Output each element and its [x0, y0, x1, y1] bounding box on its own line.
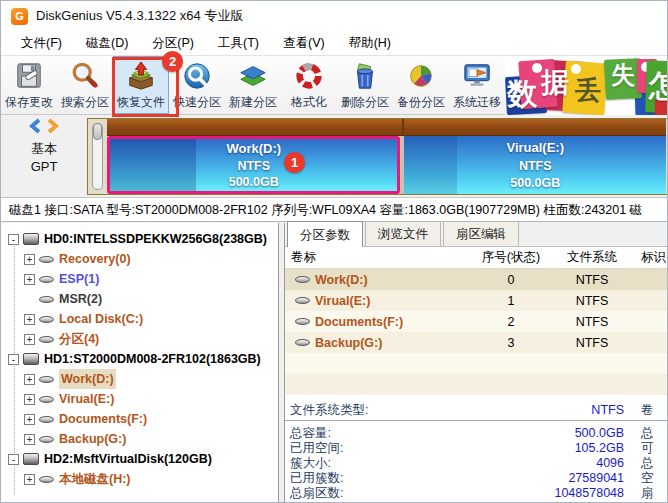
- toolbar-label: 快速分区: [173, 94, 221, 111]
- toolbar-label: 删除分区: [341, 94, 389, 111]
- collapse-icon[interactable]: [8, 234, 19, 245]
- menu-view[interactable]: 查看(V): [271, 33, 337, 54]
- toolbar-label: 格式化: [291, 94, 327, 111]
- tree-item-local-disk-h[interactable]: 本地磁盘(H:): [1, 469, 278, 489]
- recover-files-icon: [125, 60, 157, 92]
- tree-item-partition-4[interactable]: 分区(4): [1, 329, 278, 349]
- partition-detail-panel: 分区参数 浏览文件 扇区编辑 卷标 序号(状态) 文件系统 标识 Work(D:…: [284, 223, 667, 502]
- backup-partition-icon: [405, 60, 437, 92]
- save-icon: [13, 60, 45, 92]
- table-row-empty: [285, 374, 667, 395]
- ad-char: 数: [507, 79, 537, 109]
- tree-item-work-d[interactable]: Work(D:): [1, 369, 278, 389]
- partition-icon: [39, 296, 54, 303]
- delete-partition-icon: [349, 60, 381, 92]
- annotation-step-2-badge: 2: [162, 51, 183, 72]
- partition-name: Work(D:): [226, 141, 281, 156]
- partition-icon: [39, 316, 54, 323]
- table-row-documents-f[interactable]: Documents(F:) 2 NTFS: [285, 311, 667, 332]
- tree-item-local-disk-c[interactable]: Local Disk(C:): [1, 309, 278, 329]
- partition-icon: [39, 256, 54, 263]
- detail-row-used-clusters: 已用簇数: 27589041 空: [285, 471, 667, 486]
- detail-row-fs-type: 文件系统类型: NTFS 卷: [285, 400, 667, 421]
- expand-icon[interactable]: [24, 314, 35, 325]
- tree-item-hd0[interactable]: HD0:INTELSSDPEKKW256G8(238GB): [1, 229, 278, 249]
- partition-zoom-slider[interactable]: [92, 123, 103, 190]
- collapse-icon[interactable]: [8, 454, 19, 465]
- disk-info-line: 磁盘1 接口:SATA 型号:ST2000DM008-2FR102 序列号:WF…: [1, 197, 667, 222]
- search-partition-icon: [69, 60, 101, 92]
- ad-pin-dot: [571, 64, 581, 74]
- menu-bar: 文件(F) 磁盘(D) 分区(P) 工具(T) 查看(V) 帮助(H): [1, 31, 667, 56]
- menu-tools[interactable]: 工具(T): [206, 33, 271, 54]
- tree-item-virual-e[interactable]: Virual(E:): [1, 389, 278, 409]
- detail-row-total-capacity: 总容量: 500.0GB 总: [285, 426, 667, 441]
- prev-disk-arrow-icon[interactable]: [29, 118, 42, 137]
- tree-item-documents-f[interactable]: Documents(F:): [1, 409, 278, 429]
- partition-graph-frame: Work(D:) NTFS 500.0GB Virual(E:) NTFS 50…: [87, 118, 668, 195]
- expand-icon[interactable]: [24, 394, 35, 405]
- menu-file[interactable]: 文件(F): [9, 33, 74, 54]
- partition-filesystem: NTFS: [519, 159, 552, 173]
- toolbar-label: 系统迁移: [453, 94, 501, 111]
- expand-icon[interactable]: [24, 374, 35, 385]
- ad-char: 怎: [649, 71, 668, 101]
- tree-item-hd2[interactable]: HD2:MsftVirtualDisk(120GB): [1, 449, 278, 469]
- expand-icon[interactable]: [24, 474, 35, 485]
- table-header: 卷标 序号(状态) 文件系统 标识: [285, 247, 667, 269]
- tree-item-backup-g[interactable]: Backup(G:): [1, 429, 278, 449]
- tab-browse-files[interactable]: 浏览文件: [365, 221, 441, 246]
- tab-sector-edit[interactable]: 扇区编辑: [443, 221, 519, 246]
- table-row-work-d[interactable]: Work(D:) 0 NTFS: [285, 269, 667, 290]
- col-filesystem: 文件系统: [549, 249, 635, 266]
- backup-partition-button[interactable]: 备份分区: [393, 56, 449, 114]
- expand-icon[interactable]: [24, 254, 35, 265]
- collapse-icon[interactable]: [8, 354, 19, 365]
- partition-icon: [39, 476, 54, 483]
- tree-item-esp[interactable]: ESP(1): [1, 269, 278, 289]
- new-partition-icon: [237, 60, 269, 92]
- format-button[interactable]: 格式化: [281, 56, 337, 114]
- detail-row-cluster-size: 簇大小: 4096 总: [285, 456, 667, 471]
- disk-header-band: [107, 119, 666, 136]
- col-seq-status: 序号(状态): [473, 249, 549, 266]
- app-logo-icon: [11, 8, 28, 25]
- new-partition-button[interactable]: 新建分区: [225, 56, 281, 114]
- menu-help[interactable]: 帮助(H): [337, 33, 403, 54]
- partition-graph-panel: 基本 GPT Work(D:) NTFS 500.0GB Virual(E:) …: [1, 115, 667, 197]
- disk-tree: HD0:INTELSSDPEKKW256G8(238GB) Recovery(0…: [1, 223, 279, 502]
- menu-disk[interactable]: 磁盘(D): [74, 33, 140, 54]
- ad-char: 丢: [575, 77, 601, 103]
- save-changes-button[interactable]: 保存更改: [1, 56, 57, 114]
- disk-icon: [23, 453, 39, 465]
- table-row-virual-e[interactable]: Virual(E:) 1 NTFS: [285, 290, 667, 311]
- slider-thumb[interactable]: [93, 123, 102, 140]
- system-migrate-button[interactable]: 系统迁移: [449, 56, 505, 114]
- tree-item-recovery[interactable]: Recovery(0): [1, 249, 278, 269]
- expand-icon[interactable]: [24, 414, 35, 425]
- expand-icon[interactable]: [24, 274, 35, 285]
- partition-name: Virual(E:): [506, 140, 564, 155]
- expand-icon[interactable]: [24, 334, 35, 345]
- ad-banner[interactable]: 数 据 丢 失 怎: [505, 57, 668, 115]
- delete-partition-button[interactable]: 删除分区: [337, 56, 393, 114]
- tree-item-hd1[interactable]: HD1:ST2000DM008-2FR102(1863GB): [1, 349, 278, 369]
- tree-item-msr[interactable]: MSR(2): [1, 289, 278, 309]
- partition-parameters: 文件系统类型: NTFS 卷 总容量: 500.0GB 总 已用空间: 105.…: [285, 400, 667, 502]
- partition-icon: [39, 276, 54, 283]
- recover-files-button[interactable]: 恢复文件: [113, 56, 169, 114]
- expand-icon[interactable]: [24, 434, 35, 445]
- toolbar-label: 保存更改: [5, 94, 53, 111]
- partition-icon: [295, 339, 310, 346]
- toolbar-label: 备份分区: [397, 94, 445, 111]
- table-row-backup-g[interactable]: Backup(G:) 3 NTFS: [285, 332, 667, 353]
- annotation-step-1-badge: 1: [284, 152, 305, 173]
- partition-size: 500.0GB: [510, 176, 560, 190]
- tab-partition-params[interactable]: 分区参数: [287, 221, 363, 247]
- partition-block-work-d[interactable]: Work(D:) NTFS 500.0GB: [107, 136, 400, 194]
- search-partition-button[interactable]: 搜索分区: [57, 56, 113, 114]
- partition-block-virual-e[interactable]: Virual(E:) NTFS 500.0GB: [404, 136, 666, 194]
- system-migrate-icon: [461, 60, 493, 92]
- next-disk-arrow-icon[interactable]: [46, 118, 59, 137]
- partition-nav: 基本 GPT: [1, 118, 87, 176]
